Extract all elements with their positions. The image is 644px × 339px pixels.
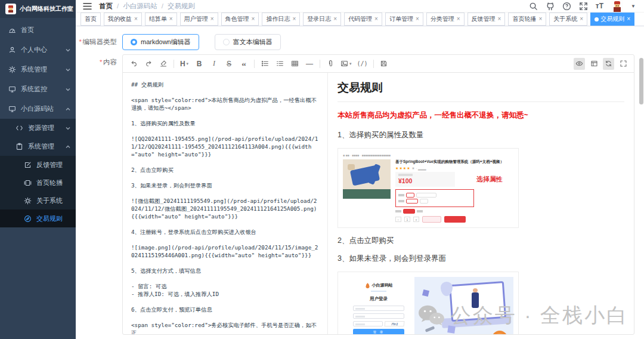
product-info: 基于SpringBoot+Vue实现的购物管理系统（源码+文档+视频） ★★★★… xyxy=(395,159,513,223)
unordered-list-icon[interactable] xyxy=(260,58,270,70)
tab-orders[interactable]: 订单管理× xyxy=(385,13,423,26)
horizontal-rule-icon[interactable]: — xyxy=(305,58,314,70)
eraser-icon[interactable] xyxy=(159,58,168,70)
radio-markdown-editor[interactable]: markdown编辑器 xyxy=(122,34,199,50)
markdown-source-pane[interactable]: ## 交易规则 <span style="color:red">本站所售商品均为… xyxy=(123,73,328,334)
sidebar-item-carousel[interactable]: 首页轮播 xyxy=(0,174,76,192)
sidebar-item-about[interactable]: 关于系统 xyxy=(0,192,76,209)
attribute-chip[interactable] xyxy=(406,193,414,198)
tab-carousel[interactable]: 首页轮播× xyxy=(508,13,546,26)
tab-settlement[interactable]: 结算单× xyxy=(145,13,177,26)
preview-step-3: 3、如果未登录，则会到登录界面 xyxy=(338,254,624,264)
sidebar-item-system[interactable]: 系统管理 xyxy=(0,60,76,79)
tab-about[interactable]: 关于系统× xyxy=(549,13,587,26)
link-icon[interactable] xyxy=(326,58,335,70)
code-block-icon[interactable]: (/) xyxy=(357,58,368,70)
close-icon[interactable]: × xyxy=(252,16,255,22)
sidebar-item-label: 小白源码站 xyxy=(21,104,54,113)
service-chip[interactable] xyxy=(403,209,415,214)
sidebar-item-resources[interactable]: 资源管理 xyxy=(0,119,76,137)
quote-icon[interactable]: “ xyxy=(239,58,249,70)
breadcrumb: 首页 / 小白源码站 / 交易规则 xyxy=(99,2,195,11)
bold-icon[interactable]: B xyxy=(194,58,204,70)
table-icon[interactable] xyxy=(290,58,299,70)
qty-increase-button[interactable]: + xyxy=(413,217,419,222)
save-icon[interactable] xyxy=(379,58,389,70)
undo-icon[interactable] xyxy=(129,58,138,70)
tab-trade-rules[interactable]: 交易规则× xyxy=(590,13,634,26)
tab-home[interactable]: 首页 xyxy=(80,13,101,26)
breadcrumb-home[interactable]: 首页 xyxy=(99,2,113,11)
expand-icon[interactable] xyxy=(618,58,628,70)
sidebar-item-feedback[interactable]: 反馈管理 xyxy=(0,156,76,174)
redo-icon[interactable] xyxy=(144,58,153,70)
sidebar-item-monitor[interactable]: 系统监控 xyxy=(0,79,76,99)
username-field[interactable] xyxy=(353,306,404,311)
tab-users[interactable]: 用户管理× xyxy=(180,13,218,26)
add-to-cart-button[interactable] xyxy=(444,216,466,223)
tab-categories[interactable]: 分类管理× xyxy=(426,13,465,26)
close-icon[interactable]: × xyxy=(580,16,583,22)
close-icon[interactable]: × xyxy=(374,16,378,22)
attribute-chip[interactable] xyxy=(420,199,428,204)
search-icon[interactable] xyxy=(529,2,538,11)
qty-decrease-button[interactable]: − xyxy=(395,217,401,222)
scrollbar-thumb[interactable] xyxy=(639,58,643,104)
chevron-down-icon: ▾ xyxy=(349,61,352,66)
tab-roles[interactable]: 角色管理× xyxy=(221,13,259,26)
attribute-chip[interactable] xyxy=(406,199,418,204)
password-field[interactable] xyxy=(353,313,404,319)
close-icon[interactable]: × xyxy=(292,16,296,22)
captcha-image[interactable]: 7hr1 xyxy=(384,321,404,326)
required-mark: * xyxy=(79,38,81,45)
sidebar-item-sub-system[interactable]: 系统管理 xyxy=(0,137,76,156)
toolbar-divider xyxy=(373,60,374,68)
user-icon xyxy=(8,46,16,54)
close-icon[interactable]: × xyxy=(498,16,501,22)
fullscreen-icon[interactable] xyxy=(579,2,588,11)
github-icon[interactable] xyxy=(546,2,555,11)
layout-icon[interactable] xyxy=(589,58,599,70)
help-icon[interactable] xyxy=(562,2,571,11)
app-logo[interactable]: 小白网络科技工作室 xyxy=(0,0,76,18)
preview-eye-icon[interactable] xyxy=(574,58,585,70)
close-icon[interactable]: × xyxy=(457,16,460,22)
chevron-down-icon xyxy=(66,126,70,131)
captcha-field[interactable] xyxy=(353,321,383,326)
avatar[interactable] xyxy=(611,0,623,12)
ordered-list-icon[interactable] xyxy=(275,58,284,70)
tab-feedback[interactable]: 反馈管理× xyxy=(467,13,506,26)
heading-icon[interactable]: H▾ xyxy=(179,58,189,70)
close-icon[interactable]: × xyxy=(416,16,419,22)
tab-login-logs[interactable]: 登录日志× xyxy=(303,13,341,26)
breadcrumb-current: 交易规则 xyxy=(168,2,195,11)
radio-richtext-editor[interactable]: 富文本编辑器 xyxy=(215,34,281,50)
sidebar-item-home[interactable]: 首页 xyxy=(0,20,76,40)
close-icon[interactable]: × xyxy=(210,16,214,22)
login-button[interactable]: 登 录 xyxy=(353,329,404,334)
product-screenshot: ■ ■■ · ■■■■ · ■■■■■■■■■■■■■■■■ 基于SpringB… xyxy=(338,148,519,228)
hamburger-icon[interactable] xyxy=(83,2,92,10)
tab-my-earnings[interactable]: 我的收益× xyxy=(104,13,142,26)
tab-op-logs[interactable]: 操作日志× xyxy=(262,13,300,26)
image-icon[interactable]: ▾ xyxy=(340,58,352,70)
close-icon[interactable]: × xyxy=(333,16,337,22)
sidebar-item-source-site[interactable]: 小白源码站 xyxy=(0,99,76,119)
sidebar-item-trade-rules[interactable]: 交易规则 xyxy=(0,209,76,227)
close-icon[interactable]: × xyxy=(627,16,630,22)
close-icon[interactable]: × xyxy=(134,16,138,22)
caret-down-icon[interactable]: ▼ xyxy=(631,4,636,9)
buy-now-button[interactable] xyxy=(422,216,441,223)
sidebar-menu: 首页 个人中心 系统管理 系统监控 小白源码站 xyxy=(0,18,76,227)
close-icon[interactable]: × xyxy=(538,16,542,22)
strikethrough-icon[interactable]: S xyxy=(224,58,234,70)
italic-icon[interactable]: I xyxy=(209,58,219,70)
font-size-icon[interactable]: тT xyxy=(596,2,603,10)
close-icon[interactable]: × xyxy=(169,16,173,22)
sync-scroll-icon[interactable] xyxy=(603,58,614,70)
markdown-line: 4、注册账号，登录系统后点击立即购买进入收银台 xyxy=(131,228,319,236)
tab-code-mgmt[interactable]: 代码管理× xyxy=(344,13,382,26)
attribute-chip[interactable] xyxy=(416,193,436,198)
markdown-line: ## 交易规则 xyxy=(131,81,319,88)
sidebar-item-profile[interactable]: 个人中心 xyxy=(0,40,76,60)
